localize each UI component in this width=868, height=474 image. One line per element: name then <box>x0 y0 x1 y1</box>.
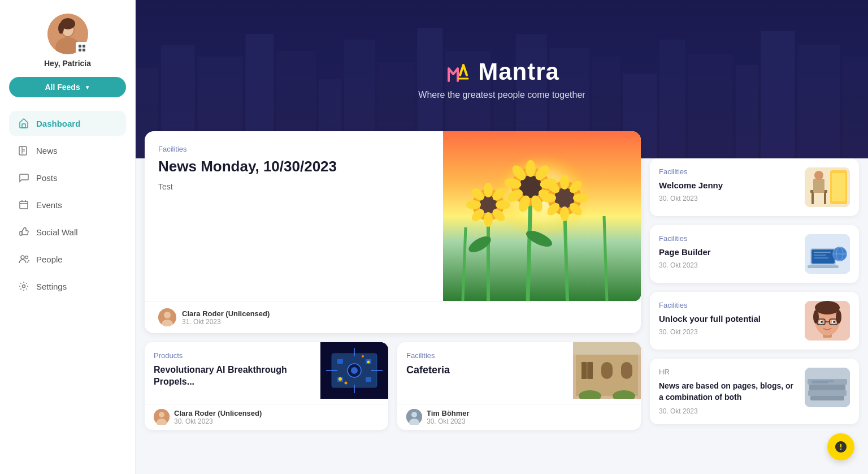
sidebar-item-settings[interactable]: Settings <box>9 274 126 299</box>
svg-rect-115 <box>813 179 824 193</box>
side-card-potential-title: Unlock your full potential <box>659 314 798 324</box>
side-card-pagebuilder-title: Page Builder <box>659 247 798 257</box>
small-cards-row: Products Revolutionary AI Breakthrough P… <box>145 342 641 430</box>
sidebar-item-people[interactable]: People <box>9 247 126 272</box>
small-card-cafeteria-category: Facilities <box>406 351 564 360</box>
book-icon <box>18 145 29 156</box>
svg-point-88 <box>351 367 358 374</box>
svg-point-13 <box>21 256 24 259</box>
svg-rect-9 <box>83 49 85 51</box>
side-card-news-info: HR News are based on pages, blogs, or a … <box>659 368 798 415</box>
svg-point-144 <box>821 321 823 323</box>
side-card-potential[interactable]: Facilities Unlock your full potential 30… <box>650 292 859 350</box>
svg-point-95 <box>367 361 370 364</box>
small-card-ai[interactable]: Products Revolutionary AI Breakthrough P… <box>145 342 388 430</box>
sunflower-bg <box>443 131 641 301</box>
small-card-cafeteria-image <box>573 342 641 399</box>
svg-rect-8 <box>79 49 81 51</box>
small-card-ai-date: 30. Okt 2023 <box>174 417 262 425</box>
small-card-ai-title: Revolutionary AI Breakthrough Propels... <box>154 364 311 388</box>
fab-button[interactable] <box>827 433 854 460</box>
svg-rect-120 <box>832 173 845 201</box>
user-avatar-container <box>47 14 88 54</box>
side-card-potential-image <box>805 301 850 341</box>
svg-point-134 <box>815 301 840 314</box>
svg-rect-118 <box>824 193 826 204</box>
side-card-welcome-title: Welcome Jenny <box>659 180 798 190</box>
sidebar-item-social-wall-label: Social Wall <box>36 227 78 237</box>
svg-point-116 <box>814 171 823 180</box>
svg-point-93 <box>338 377 342 381</box>
sidebar-item-people-label: People <box>36 255 63 264</box>
sidebar-item-news[interactable]: News <box>9 138 126 163</box>
pagebuilder-svg <box>805 234 850 274</box>
svg-point-145 <box>833 321 835 323</box>
sidebar-item-social-wall[interactable]: Social Wall <box>9 219 126 244</box>
fab-icon <box>834 440 848 454</box>
svg-rect-147 <box>808 379 847 385</box>
featured-card-footer: Clara Roder (Unlicensed) 31. Okt 2023 <box>145 301 641 333</box>
svg-rect-107 <box>573 342 641 355</box>
svg-point-70 <box>573 193 588 202</box>
small-card-ai-content: Products Revolutionary AI Breakthrough P… <box>145 342 388 404</box>
svg-rect-11 <box>20 201 28 209</box>
sidebar-item-posts[interactable]: Posts <box>9 165 126 190</box>
small-card-cafeteria-author-info: Tim Böhmer 30. Okt 2023 <box>427 409 470 425</box>
small-card-cafeteria-date: 30. Okt 2023 <box>427 417 470 425</box>
svg-rect-149 <box>808 390 847 396</box>
svg-point-79 <box>164 312 171 318</box>
svg-point-94 <box>345 382 348 385</box>
featured-card-category: Facilities <box>158 145 429 153</box>
small-card-ai-avatar <box>154 409 170 425</box>
main-content: Mantra Where the greatest people come to… <box>136 0 868 474</box>
svg-rect-123 <box>811 249 835 264</box>
svg-rect-92 <box>366 377 371 382</box>
featured-card-top: Facilities News Monday, 10/30/2023 Test <box>145 131 641 301</box>
side-card-welcome-info: Facilities Welcome Jenny 30. Okt 2023 <box>659 167 798 202</box>
feeds-button[interactable]: All Feeds ▼ <box>9 77 126 97</box>
side-card-welcome[interactable]: Facilities Welcome Jenny 30. Okt 2023 <box>650 158 859 216</box>
welcome-svg <box>805 167 850 207</box>
small-card-ai-info: Products Revolutionary AI Breakthrough P… <box>145 342 320 404</box>
sunflower-svg <box>443 131 641 301</box>
small-card-cafeteria-content: Facilities Cafeteria <box>397 342 641 404</box>
sidebar-item-posts-label: Posts <box>36 173 58 183</box>
sidebar-item-settings-label: Settings <box>36 282 67 291</box>
featured-author-date: 31. Okt 2023 <box>182 318 270 326</box>
sidebar-item-dashboard[interactable]: Dashboard <box>9 111 126 136</box>
side-card-news[interactable]: HR News are based on pages, blogs, or a … <box>650 359 859 424</box>
side-card-news-category: HR <box>659 368 798 376</box>
svg-point-72 <box>560 206 569 221</box>
circuit-svg <box>320 342 388 399</box>
featured-card-image <box>443 131 641 301</box>
svg-rect-89 <box>337 359 343 364</box>
svg-rect-6 <box>79 45 81 48</box>
side-card-welcome-category: Facilities <box>659 167 798 176</box>
svg-rect-128 <box>814 252 831 253</box>
svg-point-98 <box>159 412 164 417</box>
svg-point-57 <box>526 160 536 177</box>
small-card-cafeteria-avatar <box>406 409 422 425</box>
sidebar-item-dashboard-label: Dashboard <box>36 119 80 128</box>
small-card-cafeteria[interactable]: Facilities Cafeteria <box>397 342 641 430</box>
side-card-potential-info: Facilities Unlock your full potential 30… <box>659 301 798 336</box>
mantra-logo-icon <box>444 58 471 85</box>
potential-svg <box>805 301 850 341</box>
small-card-cafeteria-info: Facilities Cafeteria <box>397 342 573 404</box>
grid-icon[interactable] <box>76 42 88 54</box>
side-card-welcome-image <box>805 167 850 207</box>
small-card-ai-author-name: Clara Roder (Unlicensed) <box>174 409 262 417</box>
featured-card[interactable]: Facilities News Monday, 10/30/2023 Test <box>145 131 641 333</box>
svg-point-47 <box>484 183 493 197</box>
svg-rect-106 <box>588 362 593 379</box>
chat-icon <box>18 172 29 183</box>
nav-list: Dashboard News Posts <box>9 111 126 301</box>
side-card-pagebuilder[interactable]: Facilities Page Builder 30. Okt 2023 <box>650 225 859 283</box>
sidebar-item-events[interactable]: Events <box>9 192 126 217</box>
people-icon <box>18 253 29 265</box>
svg-rect-103 <box>601 362 613 379</box>
featured-author-info: Clara Roder (Unlicensed) 31. Okt 2023 <box>182 309 270 326</box>
left-column: Facilities News Monday, 10/30/2023 Test <box>145 131 641 465</box>
side-card-news-title: News are based on pages, blogs, or a com… <box>659 381 798 403</box>
svg-point-53 <box>466 200 481 209</box>
